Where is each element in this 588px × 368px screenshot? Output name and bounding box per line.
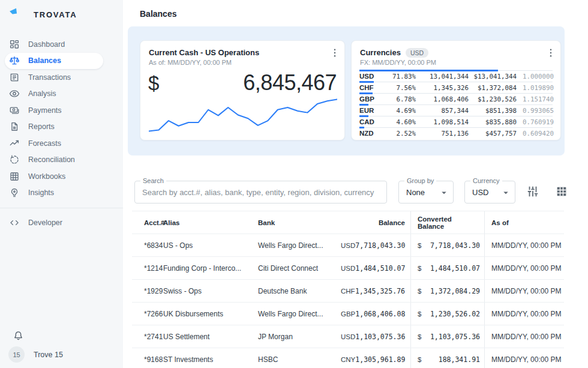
sidebar-item[interactable]: Payments xyxy=(5,102,103,118)
avatar: 15 xyxy=(8,346,25,363)
cash-card-title: Current Cash - US Operations xyxy=(149,48,326,58)
col-acct[interactable]: Acct.# xyxy=(132,211,163,234)
table-row[interactable]: *6834 US - Ops Wells Fargo Direct... USD… xyxy=(132,234,564,256)
reports-icon xyxy=(9,121,20,132)
sidebar-item[interactable]: Reports xyxy=(5,119,103,135)
cell-acct: *1214 xyxy=(132,257,163,279)
currency-amount: 1,098,514 xyxy=(416,118,469,126)
col-converted-balance[interactable]: Converted Balance xyxy=(410,211,484,234)
cell-as-of: MM/DD/YY, 00:00 PM xyxy=(484,234,564,256)
currency-rate: 1.019890 xyxy=(517,84,554,92)
col-alias[interactable]: Alias xyxy=(163,211,255,234)
chevron-down-icon xyxy=(439,187,449,198)
cash-sparkline xyxy=(149,95,337,134)
cell-alias: UK Disbursements xyxy=(163,303,255,325)
table-view-button[interactable] xyxy=(554,185,569,199)
currency-row[interactable]: NZD 2.52% 751,136 $457,757 0.609420 xyxy=(359,127,553,139)
currency-rate: 0.993065 xyxy=(517,107,554,115)
cell-bank: Citi Direct Connect xyxy=(255,257,333,279)
balances-icon xyxy=(9,55,20,66)
cell-acct: *9168 xyxy=(132,348,163,368)
workbooks-icon xyxy=(9,171,20,182)
cell-acct: *6834 xyxy=(132,234,163,256)
sidebar-item[interactable]: Analysis xyxy=(5,86,103,102)
cash-amount: 6,845,467 xyxy=(243,70,337,95)
cell-bank: JP Morgan xyxy=(255,325,333,348)
currency-allocation-bar xyxy=(359,70,498,71)
currency-allocation-bar xyxy=(359,115,368,117)
sidebar-item[interactable]: Balances xyxy=(5,53,103,69)
currency-label: Currency xyxy=(470,177,502,185)
cell-balance: 1,103,075.36 xyxy=(355,333,405,341)
sidebar-item[interactable]: Insights xyxy=(5,185,103,201)
col-bank[interactable]: Bank xyxy=(255,211,333,234)
sidebar-item[interactable]: Workbooks xyxy=(5,168,103,184)
sidebar-item[interactable]: Reconciliation xyxy=(5,152,103,168)
currency-row[interactable]: CHF 7.56% 1,345,326 $1,372,084 1.019890 xyxy=(359,82,553,93)
group-by-value: None xyxy=(399,188,425,197)
currency-amount: 1,345,326 xyxy=(416,84,469,92)
cash-card-menu-button[interactable] xyxy=(328,47,341,60)
user-menu[interactable]: 15 Trove 15 xyxy=(8,346,63,363)
currency-amount: 13,041,344 xyxy=(416,73,469,80)
currency-pct: 4.69% xyxy=(385,107,416,115)
cash-card-as-of: As of: MM/DD/YY, 00:00 PM xyxy=(149,59,326,67)
table-row[interactable]: *7266 UK Disbursements Wells Fargo Direc… xyxy=(132,302,564,325)
brand[interactable]: TROVATA xyxy=(0,0,123,32)
group-by-label: Group by xyxy=(404,177,436,185)
currency-row[interactable]: CAD 4.60% 1,098,514 $835,880 0.760919 xyxy=(359,116,553,127)
currency-rate: 1.000000 xyxy=(517,73,554,80)
currency-pct: 4.60% xyxy=(385,118,416,126)
filter-sliders-button[interactable] xyxy=(526,185,540,199)
search-input[interactable] xyxy=(135,181,386,203)
currency-amount: 1,068,406 xyxy=(416,95,469,103)
cell-as-of: MM/DD/YY, 00:00 PM xyxy=(484,303,564,325)
user-name: Trove 15 xyxy=(34,351,63,359)
col-balance[interactable]: Balance xyxy=(333,211,410,234)
cell-bank: Deutsche Bank xyxy=(255,280,333,302)
table-row[interactable]: *1929 Swiss - Ops Deutsche Bank CHF 1,34… xyxy=(132,279,564,302)
table-row[interactable]: *1214 Funding Corp - Interco... Citi Dir… xyxy=(132,256,564,279)
filter-sliders-icon xyxy=(526,185,539,198)
search-label: Search xyxy=(140,177,166,185)
cell-as-of: MM/DD/YY, 00:00 PM xyxy=(484,325,564,348)
table-row[interactable]: *9168 ST Investments HSBC CNY 1,305,961.… xyxy=(132,348,564,368)
insights-icon xyxy=(9,187,20,198)
currency-rows: USD 71.83% 13,041,344 $13,041,344 1.0000… xyxy=(359,70,553,139)
col-as-of[interactable]: As of xyxy=(484,211,564,234)
reconciliation-icon xyxy=(9,154,20,165)
analysis-icon xyxy=(9,88,20,99)
table-row[interactable]: *2741 US Settlement JP Morgan USD 1,103,… xyxy=(132,325,564,348)
currency-row[interactable]: USD 71.83% 13,041,344 $13,041,344 1.0000… xyxy=(359,70,553,82)
currency-select[interactable]: Currency USD xyxy=(464,181,515,204)
currency-row[interactable]: EUR 4.69% 857,344 $851,398 0.993065 xyxy=(359,104,553,116)
cell-as-of: MM/DD/YY, 00:00 PM xyxy=(484,348,564,368)
cell-alias: Funding Corp - Interco... xyxy=(163,257,255,279)
currency-converted: $457,757 xyxy=(469,130,517,137)
currency-converted: $851,398 xyxy=(469,107,517,115)
sidebar-item-developer[interactable]: Developer xyxy=(5,215,103,231)
cell-balance: 1,305,961.89 xyxy=(355,355,405,364)
sidebar-item[interactable]: Transactions xyxy=(5,69,103,85)
search-field[interactable]: Search xyxy=(134,181,387,204)
sidebar-item[interactable]: Forecasts xyxy=(5,135,103,151)
cell-converted-balance: 1,484,510.07 xyxy=(430,264,480,273)
cell-balance: 1,484,510.07 xyxy=(355,264,405,273)
currencies-card: Currencies USD FX: MM/DD/YY, 00:00 PM US… xyxy=(351,40,561,140)
sidebar-item-label: Analysis xyxy=(28,89,56,98)
bell-icon[interactable] xyxy=(13,330,24,342)
sidebar-item[interactable]: Dashboard xyxy=(5,36,103,52)
currency-rate: 0.760919 xyxy=(517,118,554,126)
currency-rate: 0.609420 xyxy=(517,130,554,137)
trovata-logo-icon xyxy=(8,6,26,23)
currencies-card-menu-button[interactable] xyxy=(544,47,557,60)
cash-currency-symbol: $ xyxy=(148,72,159,95)
group-by-select[interactable]: Group by None xyxy=(398,181,454,204)
cell-converted-balance: 188,341.91 xyxy=(439,355,480,364)
cell-converted-symbol: $ xyxy=(418,265,421,272)
currency-row[interactable]: GBP 6.78% 1,068,406 $1,230,526 1.151740 xyxy=(359,93,553,104)
sidebar-item-label: Reconciliation xyxy=(28,155,75,164)
grid-view-icon xyxy=(555,185,568,198)
summary-panel: Current Cash - US Operations As of: MM/D… xyxy=(128,26,565,155)
cell-acct: *1929 xyxy=(132,280,163,302)
